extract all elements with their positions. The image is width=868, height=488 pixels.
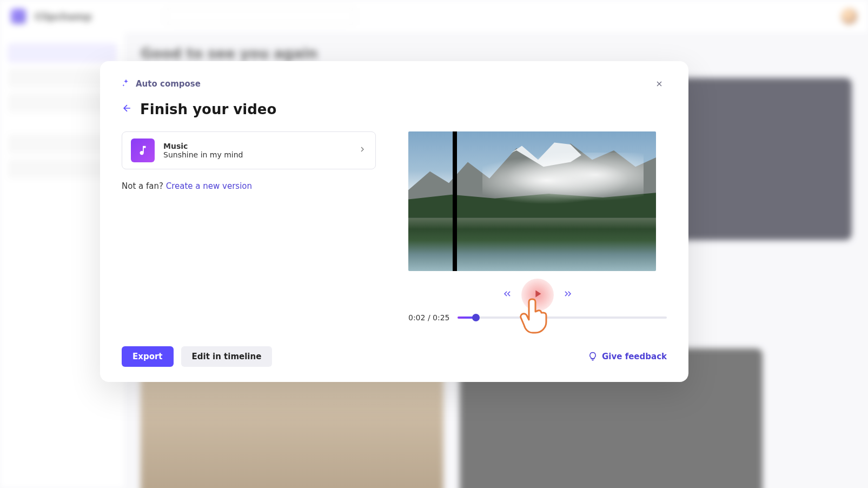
- music-track-name: Sunshine in my mind: [163, 150, 243, 159]
- sparkle-icon: [122, 78, 130, 89]
- modal-title: Finish your video: [140, 101, 276, 117]
- music-selection-card[interactable]: Music Sunshine in my mind: [122, 131, 376, 169]
- play-icon: [532, 288, 544, 302]
- skip-back-button[interactable]: [502, 288, 513, 301]
- skip-forward-icon: [562, 288, 573, 299]
- preview-clouds: [482, 153, 644, 208]
- music-icon: [131, 139, 155, 162]
- regen-prefix: Not a fan?: [122, 181, 166, 191]
- give-feedback-link[interactable]: Give feedback: [588, 352, 667, 361]
- close-icon: [655, 80, 664, 88]
- arrow-left-icon: [122, 103, 132, 114]
- preview-cut-marker: [453, 131, 457, 271]
- export-button[interactable]: Export: [122, 346, 174, 367]
- chevron-right-icon: [358, 145, 367, 156]
- scrubber-knob[interactable]: [472, 314, 480, 321]
- create-new-version-link[interactable]: Create a new version: [166, 181, 252, 191]
- auto-compose-modal: Auto compose Finish your video Music Sun…: [100, 61, 688, 382]
- playback-time: 0:02 / 0:25: [408, 313, 450, 322]
- skip-forward-button[interactable]: [562, 288, 573, 301]
- music-label: Music: [163, 142, 243, 150]
- edit-in-timeline-button[interactable]: Edit in timeline: [181, 346, 273, 367]
- feedback-label: Give feedback: [602, 352, 667, 361]
- close-button[interactable]: [652, 76, 667, 91]
- scrubber-track[interactable]: [458, 316, 667, 319]
- skip-back-icon: [502, 288, 513, 299]
- video-preview[interactable]: [408, 131, 656, 271]
- play-button[interactable]: [521, 279, 554, 311]
- auto-compose-badge: Auto compose: [122, 78, 201, 89]
- lightbulb-icon: [588, 352, 598, 361]
- auto-compose-label: Auto compose: [136, 79, 201, 89]
- back-button[interactable]: [122, 103, 132, 116]
- regenerate-text: Not a fan? Create a new version: [122, 181, 376, 191]
